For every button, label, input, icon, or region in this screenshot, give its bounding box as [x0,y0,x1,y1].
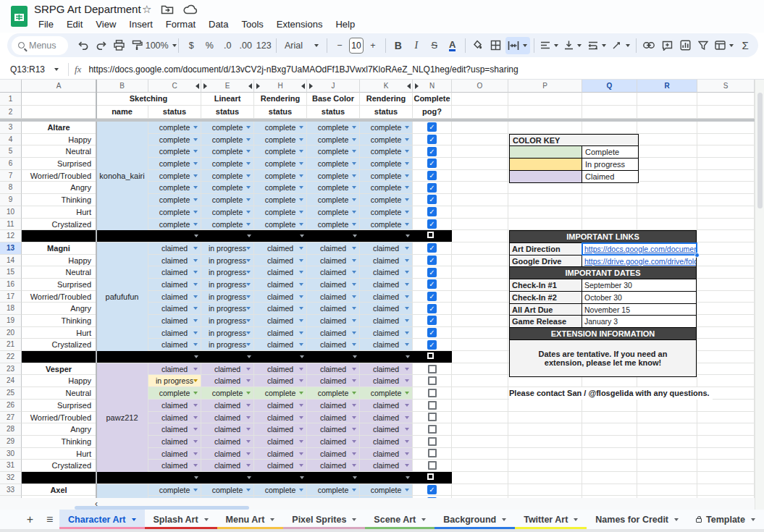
status-cell[interactable]: claimed [201,423,254,436]
dropdown-arrow-icon[interactable] [193,150,198,153]
checkbox-cell[interactable]: ✓ [413,206,452,219]
status-cell[interactable]: complete [307,182,360,194]
dropdown-arrow-icon[interactable] [299,368,303,371]
artist-name-cell[interactable] [96,327,148,339]
status-cell[interactable]: claimed [307,303,360,315]
status-cell[interactable]: claimed [148,363,201,376]
menu-edit[interactable]: Edit [60,17,89,31]
dropdown-arrow-icon[interactable] [193,440,198,443]
star-icon[interactable]: ☆ [142,4,151,15]
empty-cell[interactable] [637,412,697,424]
status-cell[interactable]: claimed [254,279,307,291]
status-cell[interactable]: claimed [360,436,413,448]
row-header-18[interactable]: 18 [0,303,22,315]
header-cell[interactable] [637,93,697,106]
artist-name-cell[interactable] [96,484,148,497]
row-header-27[interactable]: 27 [0,412,22,424]
menu-tools[interactable]: Tools [235,17,269,31]
dropdown-arrow-icon[interactable] [405,247,409,250]
status-cell[interactable]: claimed [148,327,201,339]
status-cell[interactable]: in progress [201,291,254,303]
date-value[interactable]: October 30 [582,292,696,303]
row-header-31[interactable]: 31 [0,460,22,472]
row-header-9[interactable]: 9 [0,194,22,206]
status-cell[interactable]: claimed [307,242,360,255]
empty-cell[interactable] [697,375,755,387]
status-cell[interactable]: claimed [201,400,254,412]
empty-cell[interactable] [582,472,637,484]
column-header-R[interactable]: R [637,80,697,93]
status-cell[interactable]: claimed [307,423,360,436]
empty-cell[interactable] [637,145,697,158]
menu-format[interactable]: Format [159,17,202,31]
row-header-1[interactable]: 1 [0,93,22,106]
status-cell[interactable]: claimed [148,423,201,436]
dropdown-arrow-icon[interactable] [246,452,251,455]
cloud-status-icon[interactable] [183,4,198,14]
status-cell[interactable]: complete [360,219,413,231]
status-cell[interactable]: claimed [201,460,254,472]
status-cell[interactable]: claimed [360,460,413,472]
artist-name-cell[interactable] [96,339,148,351]
dropdown-arrow-icon[interactable] [299,428,303,431]
checkbox-unchecked[interactable] [428,425,437,434]
vertical-align-button[interactable] [561,37,584,54]
empty-cell[interactable] [637,496,697,498]
row-header-11[interactable]: 11 [0,219,22,231]
status-cell[interactable]: claimed [148,315,201,327]
checkbox-unchecked[interactable] [428,437,437,446]
dropdown-arrow-icon[interactable] [352,368,356,371]
status-cell[interactable]: complete [201,387,254,400]
character-label-cell[interactable]: Angry [22,423,96,436]
dropdown-arrow-icon[interactable] [193,259,198,262]
column-header-Q[interactable]: Q [582,80,637,93]
status-cell[interactable]: complete [201,194,254,206]
checkbox-cell[interactable]: ✓ [413,122,452,134]
row-header-28[interactable]: 28 [0,423,22,436]
menu-help[interactable]: Help [329,17,361,31]
chevron-down-icon[interactable] [421,518,426,521]
dropdown-arrow-icon[interactable] [299,211,303,214]
status-cell[interactable]: claimed [148,266,201,279]
row-header-17[interactable]: 17 [0,291,22,303]
link-label[interactable]: Google Drive [510,256,582,267]
checkbox-cell[interactable] [413,412,452,424]
artist-name-cell[interactable] [96,400,148,412]
dropdown-arrow-icon[interactable] [246,186,251,189]
checkbox-cell[interactable]: ✓ [413,134,452,146]
status-cell[interactable]: claimed [360,448,413,460]
text-color-button[interactable]: A [444,37,461,54]
status-cell[interactable]: claimed [307,436,360,448]
artist-name-cell[interactable] [96,182,148,194]
dropdown-arrow-icon[interactable] [246,392,251,394]
checkbox-unchecked[interactable] [427,473,434,480]
status-cell[interactable]: complete [201,122,254,134]
empty-cell[interactable] [508,375,582,387]
artist-name-cell[interactable] [96,158,148,170]
column-header-A[interactable]: A [22,80,96,93]
empty-cell[interactable] [582,436,637,448]
checkbox-cell[interactable]: ✓ [413,303,452,315]
dropdown-arrow-icon[interactable] [352,174,356,177]
empty-cell[interactable] [697,315,755,327]
character-label-cell[interactable]: Happy [22,134,96,146]
column-header-J[interactable]: J [307,80,360,93]
checkbox-checked[interactable]: ✓ [427,279,437,289]
empty-cell[interactable] [697,484,755,497]
checkbox-checked[interactable]: ✓ [427,159,437,168]
header-cell[interactable] [22,106,96,119]
dropdown-arrow-icon[interactable] [352,150,356,153]
empty-cell[interactable] [582,182,637,194]
checkbox-unchecked[interactable] [427,352,434,359]
italic-button[interactable]: I [408,37,425,54]
dropdown-arrow-icon[interactable] [246,283,251,286]
empty-cell[interactable] [452,484,508,497]
status-cell[interactable]: in progress [201,303,254,315]
character-label-cell[interactable]: Angry [22,182,96,194]
empty-cell[interactable] [637,436,697,448]
row-header-4[interactable]: 4 [0,134,22,146]
row-header-6[interactable]: 6 [0,158,22,170]
header-cell[interactable]: pog? [413,106,452,119]
color-key-title[interactable]: COLOR KEY [510,135,638,147]
empty-cell[interactable] [508,182,582,194]
